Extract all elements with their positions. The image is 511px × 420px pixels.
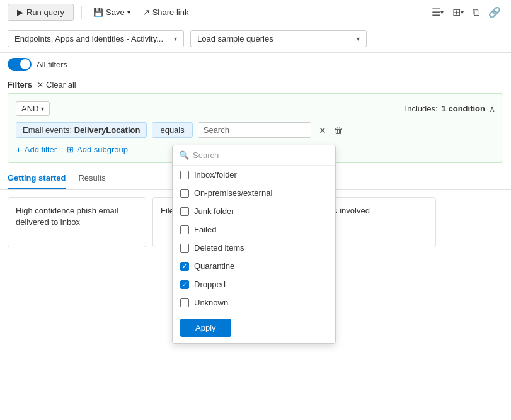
link-button[interactable]: 🔗 <box>486 4 503 21</box>
filter-row: Email events: DeliveryLocation equals Se… <box>16 122 495 138</box>
list-view-button[interactable]: ☰ ▾ <box>429 4 446 21</box>
checkbox-deleted[interactable] <box>180 244 189 253</box>
filter-search-box[interactable]: Search <box>198 122 311 138</box>
equals-label: equals <box>160 125 184 135</box>
filters-bar: Filters ✕ Clear all <box>0 76 511 93</box>
clear-icon: ✕ <box>319 125 326 135</box>
run-query-label: Run query <box>26 8 64 17</box>
save-icon: 💾 <box>93 8 103 17</box>
close-icon: ✕ <box>37 81 43 89</box>
clear-filter-button[interactable]: ✕ <box>316 124 329 137</box>
card-high-confidence[interactable]: High confidence phish email delivered to… <box>8 197 146 247</box>
toolbar-right-icons: ☰ ▾ ⊞ ▾ ⧉ 🔗 <box>429 4 503 21</box>
checkbox-onpremises[interactable] <box>180 189 189 198</box>
option-label-dropped: Dropped <box>194 280 226 289</box>
plus-icon: + <box>16 144 21 155</box>
subgroup-icon: ⊞ <box>67 145 74 154</box>
dropdown-option-unknown[interactable]: Unknown <box>173 293 335 312</box>
dropdown-option-deleted[interactable]: Deleted items <box>173 239 335 257</box>
dropdowns-row: Endpoints, Apps and identities - Activit… <box>0 25 511 53</box>
checkbox-quarantine[interactable] <box>180 262 189 271</box>
apply-button[interactable]: Apply <box>180 319 231 337</box>
includes-label: Includes: 1 condition ∧ <box>405 104 495 114</box>
filters-toggle-row: All filters <box>0 53 511 76</box>
grid-chevron-icon: ▾ <box>461 9 464 16</box>
save-button[interactable]: 💾 Save ▾ <box>89 5 134 20</box>
option-label-deleted: Deleted items <box>194 243 244 253</box>
option-label-onpremises: On-premises/external <box>194 188 272 198</box>
option-label-failed: Failed <box>194 225 216 234</box>
add-filter-label: Add filter <box>25 145 57 154</box>
filter-icons: ✕ 🗑 <box>316 124 345 137</box>
dropdown-search-input[interactable] <box>193 150 329 160</box>
add-subgroup-label: Add subgroup <box>77 145 128 154</box>
sample-queries-label: Load sample queries <box>197 34 273 43</box>
sample-queries-dropdown[interactable]: Load sample queries ▾ <box>190 30 367 47</box>
filter-group-header: AND ▾ Includes: 1 condition ∧ <box>16 101 495 116</box>
clear-all-label: Clear all <box>46 80 76 89</box>
chevron-up-icon: ∧ <box>489 104 495 114</box>
dropdown-options: Inbox/folderOn-premises/externalJunk fol… <box>173 166 335 312</box>
dropdown-option-inbox[interactable]: Inbox/folder <box>173 166 335 184</box>
source-dropdown[interactable]: Endpoints, Apps and identities - Activit… <box>8 30 184 47</box>
and-chevron-icon: ▾ <box>41 105 44 112</box>
dropdown-panel: 🔍 Inbox/folderOn-premises/externalJunk f… <box>172 145 336 344</box>
filter-search-placeholder: Search <box>204 125 229 135</box>
list-icon: ☰ <box>432 6 440 18</box>
dropdown-option-junk[interactable]: Junk folder <box>173 202 335 220</box>
filter-group: AND ▾ Includes: 1 condition ∧ Email even… <box>8 93 503 163</box>
save-chevron-icon: ▾ <box>127 9 130 16</box>
delete-icon: 🗑 <box>334 125 343 135</box>
and-label: AND <box>21 104 38 113</box>
share-link-label: Share link <box>152 8 189 17</box>
search-icon: 🔍 <box>179 150 189 160</box>
play-icon: ▶ <box>17 8 23 17</box>
copy-icon: ⧉ <box>473 7 479 18</box>
source-chevron-icon: ▾ <box>174 35 177 42</box>
filter-tag: Email events: DeliveryLocation <box>16 122 147 138</box>
grid-icon: ⊞ <box>452 6 461 18</box>
filter-equals: equals <box>152 122 192 138</box>
and-badge[interactable]: AND ▾ <box>16 101 50 116</box>
card-high-confidence-label: High confidence phish email delivered to… <box>16 206 118 227</box>
share-icon: ↗ <box>143 8 150 17</box>
checkbox-failed[interactable] <box>180 225 189 234</box>
condition-count: 1 condition <box>442 104 485 113</box>
option-label-quarantine: Quarantine <box>194 261 234 271</box>
dropdown-option-onpremises[interactable]: On-premises/external <box>173 184 335 202</box>
all-filters-label: All filters <box>37 60 67 69</box>
dropdown-search: 🔍 <box>173 145 335 166</box>
grid-view-button[interactable]: ⊞ ▾ <box>450 4 466 21</box>
toolbar: ▶ Run query 💾 Save ▾ ↗ Share link ☰ ▾ ⊞ … <box>0 0 511 25</box>
option-label-unknown: Unknown <box>194 298 228 307</box>
filters-label: Filters <box>8 80 32 89</box>
checkbox-unknown[interactable] <box>180 298 189 307</box>
includes-text: Includes: <box>405 104 438 113</box>
delete-filter-button[interactable]: 🗑 <box>331 124 345 137</box>
all-filters-toggle[interactable] <box>8 58 32 71</box>
dropdown-option-failed[interactable]: Failed <box>173 220 335 239</box>
copy-button[interactable]: ⧉ <box>470 4 482 21</box>
dropdown-option-quarantine[interactable]: Quarantine <box>173 257 335 275</box>
tab-results[interactable]: Results <box>78 168 105 189</box>
option-label-inbox: Inbox/folder <box>194 170 237 179</box>
tab-getting-started[interactable]: Getting started <box>8 168 66 189</box>
option-label-junk: Junk folder <box>194 207 234 216</box>
checkbox-dropped[interactable] <box>180 280 189 289</box>
sample-queries-chevron-icon: ▾ <box>357 35 360 42</box>
add-filter-button[interactable]: + Add filter <box>16 144 57 155</box>
source-label: Endpoints, Apps and identities - Activit… <box>14 34 163 43</box>
add-subgroup-button[interactable]: ⊞ Add subgroup <box>67 145 128 154</box>
toolbar-separator <box>81 6 82 19</box>
checkbox-junk[interactable] <box>180 207 189 216</box>
save-label: Save <box>106 8 125 17</box>
list-chevron-icon: ▾ <box>440 9 444 16</box>
share-link-button[interactable]: ↗ Share link <box>139 5 193 20</box>
checkbox-inbox[interactable] <box>180 171 189 179</box>
run-query-button[interactable]: ▶ Run query <box>8 4 74 21</box>
dropdown-option-dropped[interactable]: Dropped <box>173 275 335 293</box>
dropdown-apply-area: Apply <box>173 312 335 343</box>
clear-all-button[interactable]: ✕ Clear all <box>37 80 76 89</box>
collapse-button[interactable]: ∧ <box>489 104 495 114</box>
filter-tag-bold: DeliveryLocation <box>74 125 141 135</box>
